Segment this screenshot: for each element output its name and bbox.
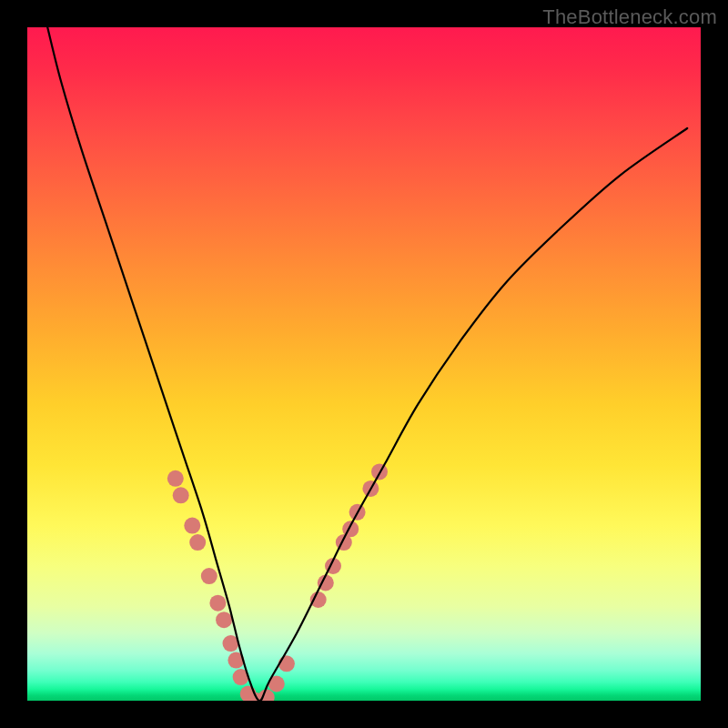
- highlight-dot: [310, 592, 327, 608]
- highlight-dot: [209, 595, 226, 612]
- highlight-dot: [184, 518, 200, 534]
- chart-svg: [27, 27, 701, 701]
- plot-area: [27, 27, 701, 701]
- highlight-dot: [278, 655, 295, 672]
- highlight-dot: [216, 612, 232, 628]
- bottleneck-curve: [47, 27, 687, 701]
- watermark-text: TheBottleneck.com: [542, 5, 717, 29]
- outer-frame: TheBottleneck.com: [0, 0, 728, 728]
- highlight-dot: [201, 568, 217, 584]
- highlight-dot: [189, 534, 206, 551]
- highlight-dot: [173, 487, 189, 503]
- highlight-dot: [167, 470, 184, 487]
